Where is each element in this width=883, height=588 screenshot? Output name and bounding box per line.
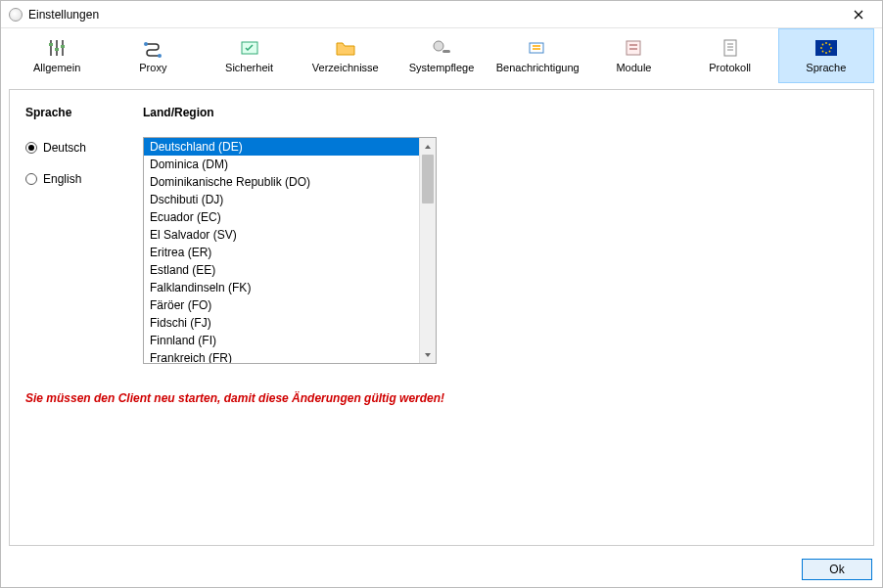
tab-label: Benachrichtigung: [496, 62, 580, 73]
scroll-down-icon[interactable]: [420, 346, 436, 363]
tab-protokoll[interactable]: Protokoll: [682, 28, 778, 83]
tab-proxy[interactable]: Proxy: [105, 28, 201, 83]
tab-allgemein[interactable]: Allgemein: [9, 28, 105, 83]
tab-sprache[interactable]: Sprache: [778, 28, 874, 83]
flag-eu-icon: [814, 38, 838, 58]
tab-module[interactable]: Module: [585, 28, 681, 83]
language-header: Sprache: [25, 106, 143, 119]
radio-label: Deutsch: [43, 141, 86, 155]
svg-point-26: [821, 44, 823, 46]
svg-rect-11: [530, 43, 543, 53]
svg-point-28: [821, 51, 823, 53]
window-title: Einstellungen: [28, 8, 843, 22]
tab-label: Sprache: [806, 62, 846, 73]
list-item[interactable]: Ecuador (EC): [144, 208, 419, 226]
content-panel: Sprache Land/Region Deutsch English Deut…: [9, 89, 874, 546]
ok-button[interactable]: Ok: [802, 559, 872, 580]
folder-icon: [334, 38, 357, 58]
restart-warning: Sie müssen den Client neu starten, damit…: [25, 391, 858, 405]
scrollbar[interactable]: [419, 138, 436, 363]
tab-systempflege[interactable]: Systempflege: [394, 28, 489, 83]
svg-point-25: [830, 47, 832, 49]
list-item[interactable]: Dominica (DM): [144, 156, 419, 173]
region-header: Land/Region: [143, 106, 214, 119]
svg-point-29: [828, 51, 830, 53]
list-item[interactable]: Färöer (FO): [144, 296, 419, 314]
svg-point-9: [434, 41, 443, 51]
scroll-thumb[interactable]: [422, 155, 434, 204]
list-item[interactable]: Falklandinseln (FK): [144, 279, 419, 296]
footer: Ok: [1, 552, 882, 587]
radio-icon: [25, 142, 37, 154]
list-item[interactable]: El Salvador (SV): [144, 226, 419, 244]
log-icon: [719, 38, 742, 58]
list-item[interactable]: Deutschland (DE): [144, 138, 419, 156]
svg-rect-15: [629, 44, 637, 46]
tab-label: Protokoll: [709, 62, 751, 73]
close-button[interactable]: [843, 1, 874, 27]
proxy-icon: [141, 38, 164, 58]
radio-icon: [25, 173, 37, 185]
radio-deutsch[interactable]: Deutsch: [25, 141, 143, 155]
tab-toolbar: Allgemein Proxy Sicherheit Verzeichnisse…: [1, 28, 882, 83]
svg-rect-4: [55, 48, 59, 51]
tab-sicherheit[interactable]: Sicherheit: [201, 28, 297, 83]
list-item[interactable]: Eritrea (ER): [144, 244, 419, 261]
tab-label: Systempflege: [409, 62, 475, 73]
app-icon: [9, 8, 23, 22]
sliders-icon: [45, 38, 69, 58]
list-item[interactable]: Estland (EE): [144, 261, 419, 279]
svg-point-27: [828, 44, 830, 46]
maintenance-icon: [430, 38, 453, 58]
list-item[interactable]: Dschibuti (DJ): [144, 191, 419, 208]
tab-label: Allgemein: [33, 62, 80, 73]
tab-benachrichtigung[interactable]: Benachrichtigung: [489, 28, 585, 83]
list-item[interactable]: Finnland (FI): [144, 332, 419, 349]
svg-rect-3: [49, 43, 53, 46]
svg-point-23: [825, 52, 827, 54]
tab-label: Module: [616, 62, 651, 73]
radio-label: English: [43, 172, 81, 186]
svg-point-6: [144, 42, 148, 46]
svg-point-24: [820, 47, 822, 49]
svg-point-22: [825, 42, 827, 44]
list-item[interactable]: Frankreich (FR): [144, 349, 419, 363]
module-icon: [622, 38, 645, 58]
scroll-up-icon[interactable]: [420, 138, 436, 155]
svg-rect-10: [442, 50, 450, 53]
svg-rect-17: [724, 40, 736, 56]
radio-english[interactable]: English: [25, 172, 143, 186]
svg-rect-5: [61, 45, 65, 48]
tab-label: Verzeichnisse: [312, 62, 379, 73]
list-item[interactable]: Dominikanische Republik (DO): [144, 173, 419, 191]
notification-icon: [526, 38, 549, 58]
shield-icon: [238, 38, 261, 58]
region-listbox[interactable]: Deutschland (DE)Dominica (DM)Dominikanis…: [143, 137, 437, 364]
tab-verzeichnisse[interactable]: Verzeichnisse: [298, 28, 394, 83]
tab-label: Sicherheit: [225, 62, 273, 73]
svg-rect-16: [629, 48, 637, 50]
language-radio-group: Deutsch English: [25, 137, 143, 186]
tab-label: Proxy: [139, 62, 166, 73]
svg-point-7: [158, 54, 162, 58]
close-icon: [854, 10, 863, 20]
list-item[interactable]: Fidschi (FJ): [144, 314, 419, 332]
titlebar: Einstellungen: [1, 1, 882, 28]
